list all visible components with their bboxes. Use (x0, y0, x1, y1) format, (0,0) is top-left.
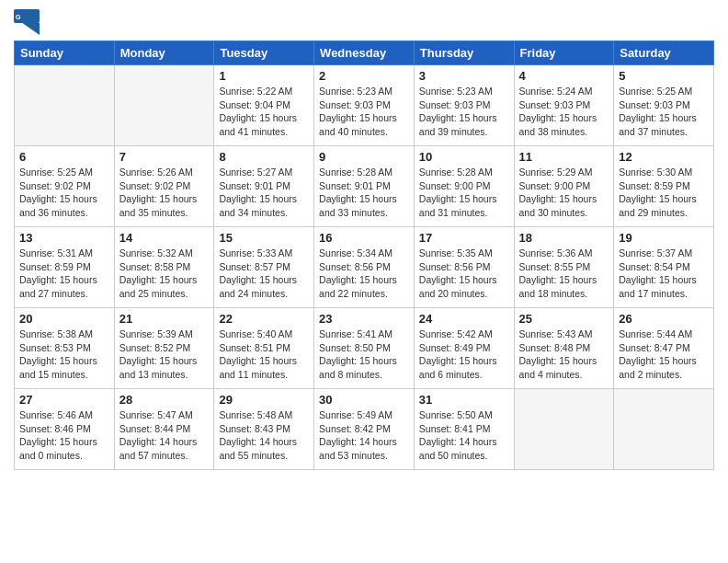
day-info: Sunrise: 5:41 AM Sunset: 8:50 PM Dayligh… (319, 327, 409, 382)
day-number: 20 (19, 312, 109, 326)
week-row-1: 1Sunrise: 5:22 AM Sunset: 9:04 PM Daylig… (15, 65, 714, 146)
calendar-cell: 5Sunrise: 5:25 AM Sunset: 9:03 PM Daylig… (614, 65, 714, 146)
day-header-thursday: Thursday (414, 41, 514, 65)
calendar-cell: 30Sunrise: 5:49 AM Sunset: 8:42 PM Dayli… (314, 389, 415, 470)
day-info: Sunrise: 5:49 AM Sunset: 8:42 PM Dayligh… (319, 408, 409, 463)
day-number: 12 (619, 150, 709, 164)
day-number: 8 (219, 150, 309, 164)
week-row-5: 27Sunrise: 5:46 AM Sunset: 8:46 PM Dayli… (15, 389, 714, 470)
day-number: 17 (419, 231, 509, 245)
day-number: 19 (619, 231, 709, 245)
calendar-cell: 16Sunrise: 5:34 AM Sunset: 8:56 PM Dayli… (314, 227, 415, 308)
day-header-tuesday: Tuesday (214, 41, 314, 65)
day-number: 24 (419, 312, 509, 326)
day-number: 21 (119, 312, 210, 326)
day-number: 11 (519, 150, 609, 164)
day-info: Sunrise: 5:40 AM Sunset: 8:51 PM Dayligh… (219, 327, 309, 382)
day-number: 31 (419, 393, 509, 407)
day-info: Sunrise: 5:39 AM Sunset: 8:52 PM Dayligh… (119, 327, 210, 382)
day-number: 30 (319, 393, 409, 407)
day-number: 22 (219, 312, 309, 326)
day-number: 9 (319, 150, 409, 164)
calendar-cell: 27Sunrise: 5:46 AM Sunset: 8:46 PM Dayli… (15, 389, 115, 470)
calendar-cell: 25Sunrise: 5:43 AM Sunset: 8:48 PM Dayli… (514, 308, 614, 389)
day-info: Sunrise: 5:25 AM Sunset: 9:03 PM Dayligh… (619, 85, 709, 139)
day-info: Sunrise: 5:50 AM Sunset: 8:41 PM Dayligh… (419, 408, 509, 463)
calendar-cell: 2Sunrise: 5:23 AM Sunset: 9:03 PM Daylig… (314, 65, 415, 146)
day-info: Sunrise: 5:30 AM Sunset: 8:59 PM Dayligh… (619, 166, 709, 220)
logo-icon: G (14, 9, 40, 35)
calendar-cell: 8Sunrise: 5:27 AM Sunset: 9:01 PM Daylig… (214, 146, 314, 227)
calendar-cell: 10Sunrise: 5:28 AM Sunset: 9:00 PM Dayli… (414, 146, 514, 227)
day-number: 15 (219, 231, 309, 245)
day-number: 28 (119, 393, 210, 407)
calendar-cell: 31Sunrise: 5:50 AM Sunset: 8:41 PM Dayli… (414, 389, 514, 470)
calendar-cell: 28Sunrise: 5:47 AM Sunset: 8:44 PM Dayli… (114, 389, 214, 470)
calendar-cell: 7Sunrise: 5:26 AM Sunset: 9:02 PM Daylig… (114, 146, 214, 227)
calendar-cell: 29Sunrise: 5:48 AM Sunset: 8:43 PM Dayli… (214, 389, 314, 470)
day-info: Sunrise: 5:35 AM Sunset: 8:56 PM Dayligh… (419, 247, 509, 301)
day-number: 13 (19, 231, 109, 245)
calendar-cell: 26Sunrise: 5:44 AM Sunset: 8:47 PM Dayli… (614, 308, 714, 389)
svg-marker-1 (22, 23, 40, 35)
logo: G (14, 9, 43, 35)
calendar-cell: 11Sunrise: 5:29 AM Sunset: 9:00 PM Dayli… (514, 146, 614, 227)
day-info: Sunrise: 5:38 AM Sunset: 8:53 PM Dayligh… (19, 327, 109, 382)
day-info: Sunrise: 5:46 AM Sunset: 8:46 PM Dayligh… (19, 408, 109, 463)
day-info: Sunrise: 5:29 AM Sunset: 9:00 PM Dayligh… (519, 166, 609, 220)
week-row-2: 6Sunrise: 5:25 AM Sunset: 9:02 PM Daylig… (15, 146, 714, 227)
day-number: 2 (319, 69, 409, 83)
calendar-cell: 18Sunrise: 5:36 AM Sunset: 8:55 PM Dayli… (514, 227, 614, 308)
day-number: 4 (519, 69, 609, 83)
calendar-cell: 22Sunrise: 5:40 AM Sunset: 8:51 PM Dayli… (214, 308, 314, 389)
calendar-cell: 14Sunrise: 5:32 AM Sunset: 8:58 PM Dayli… (114, 227, 214, 308)
calendar-cell: 13Sunrise: 5:31 AM Sunset: 8:59 PM Dayli… (15, 227, 115, 308)
day-number: 26 (619, 312, 709, 326)
calendar-cell: 21Sunrise: 5:39 AM Sunset: 8:52 PM Dayli… (114, 308, 214, 389)
day-number: 18 (519, 231, 609, 245)
day-number: 5 (619, 69, 709, 83)
day-header-saturday: Saturday (614, 41, 714, 65)
calendar-cell: 23Sunrise: 5:41 AM Sunset: 8:50 PM Dayli… (314, 308, 415, 389)
calendar-cell: 24Sunrise: 5:42 AM Sunset: 8:49 PM Dayli… (414, 308, 514, 389)
week-row-4: 20Sunrise: 5:38 AM Sunset: 8:53 PM Dayli… (15, 308, 714, 389)
day-number: 7 (119, 150, 210, 164)
calendar-cell (15, 65, 115, 146)
svg-text:G: G (16, 13, 21, 21)
day-info: Sunrise: 5:28 AM Sunset: 9:01 PM Dayligh… (319, 166, 409, 220)
day-info: Sunrise: 5:37 AM Sunset: 8:54 PM Dayligh… (619, 247, 709, 301)
calendar-cell (114, 65, 214, 146)
day-number: 16 (319, 231, 409, 245)
calendar-cell: 17Sunrise: 5:35 AM Sunset: 8:56 PM Dayli… (414, 227, 514, 308)
day-info: Sunrise: 5:44 AM Sunset: 8:47 PM Dayligh… (619, 327, 709, 382)
day-header-friday: Friday (514, 41, 614, 65)
day-info: Sunrise: 5:31 AM Sunset: 8:59 PM Dayligh… (19, 247, 109, 301)
calendar-cell: 15Sunrise: 5:33 AM Sunset: 8:57 PM Dayli… (214, 227, 314, 308)
calendar-cell: 4Sunrise: 5:24 AM Sunset: 9:03 PM Daylig… (514, 65, 614, 146)
day-header-monday: Monday (114, 41, 214, 65)
day-header-sunday: Sunday (15, 41, 115, 65)
day-info: Sunrise: 5:33 AM Sunset: 8:57 PM Dayligh… (219, 247, 309, 301)
day-info: Sunrise: 5:42 AM Sunset: 8:49 PM Dayligh… (419, 327, 509, 382)
calendar: SundayMondayTuesdayWednesdayThursdayFrid… (14, 40, 714, 470)
day-info: Sunrise: 5:32 AM Sunset: 8:58 PM Dayligh… (119, 247, 210, 301)
calendar-cell (614, 389, 714, 470)
day-info: Sunrise: 5:23 AM Sunset: 9:03 PM Dayligh… (319, 85, 409, 139)
day-number: 10 (419, 150, 509, 164)
day-number: 25 (519, 312, 609, 326)
calendar-cell: 9Sunrise: 5:28 AM Sunset: 9:01 PM Daylig… (314, 146, 415, 227)
day-info: Sunrise: 5:43 AM Sunset: 8:48 PM Dayligh… (519, 327, 609, 382)
day-info: Sunrise: 5:47 AM Sunset: 8:44 PM Dayligh… (119, 408, 210, 463)
day-number: 27 (19, 393, 109, 407)
day-info: Sunrise: 5:48 AM Sunset: 8:43 PM Dayligh… (219, 408, 309, 463)
day-number: 23 (319, 312, 409, 326)
day-number: 14 (119, 231, 210, 245)
week-row-3: 13Sunrise: 5:31 AM Sunset: 8:59 PM Dayli… (15, 227, 714, 308)
calendar-cell: 1Sunrise: 5:22 AM Sunset: 9:04 PM Daylig… (214, 65, 314, 146)
day-info: Sunrise: 5:34 AM Sunset: 8:56 PM Dayligh… (319, 247, 409, 301)
day-header-wednesday: Wednesday (314, 41, 415, 65)
day-number: 6 (19, 150, 109, 164)
page-header: G (14, 9, 714, 35)
day-info: Sunrise: 5:22 AM Sunset: 9:04 PM Dayligh… (219, 85, 309, 139)
calendar-header-row: SundayMondayTuesdayWednesdayThursdayFrid… (15, 41, 714, 65)
